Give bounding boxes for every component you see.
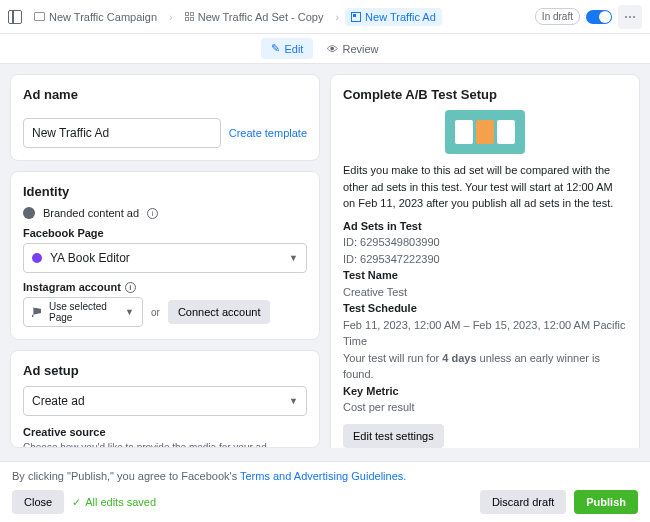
- testname-label: Test Name: [343, 269, 398, 281]
- adset-icon: [185, 12, 194, 21]
- chevron-down-icon: ▼: [125, 307, 134, 317]
- instagram-select[interactable]: Use selected Page ▼: [23, 297, 143, 327]
- facebook-page-value: YA Book Editor: [50, 251, 130, 265]
- discard-draft-button[interactable]: Discard draft: [480, 490, 566, 514]
- ad-name-title: Ad name: [23, 87, 78, 102]
- saved-text: All edits saved: [85, 496, 156, 508]
- adset-id-1: ID: 6295349803990: [343, 234, 627, 251]
- more-menu-button[interactable]: ⋯: [618, 5, 642, 29]
- or-text: or: [151, 307, 160, 318]
- schedule-label: Test Schedule: [343, 302, 417, 314]
- left-column: Ad name Create template Identity Branded…: [10, 74, 320, 448]
- instagram-value: Use selected Page: [49, 301, 125, 323]
- ad-name-card: Ad name Create template: [10, 74, 320, 161]
- top-bar: New Traffic Campaign › New Traffic Ad Se…: [0, 0, 650, 34]
- tab-edit[interactable]: ✎ Edit: [261, 38, 313, 59]
- all-edits-saved: ✓ All edits saved: [72, 496, 156, 509]
- footer: By clicking "Publish," you agree to Face…: [0, 461, 650, 522]
- adset-id-2: ID: 6295347222390: [343, 251, 627, 268]
- folder-icon: [34, 12, 45, 21]
- duration-text: Your test will run for 4 days unless an …: [343, 350, 627, 383]
- abtest-desc: Edits you make to this ad set will be co…: [343, 162, 627, 212]
- create-template-link[interactable]: Create template: [229, 127, 307, 139]
- mode-bar: ✎ Edit 👁 Review: [0, 34, 650, 64]
- ad-icon: [351, 12, 361, 22]
- tab-edit-label: Edit: [284, 43, 303, 55]
- main-columns: Ad name Create template Identity Branded…: [0, 64, 650, 458]
- pencil-icon: ✎: [271, 42, 280, 55]
- branded-radio-icon[interactable]: [23, 207, 35, 219]
- terms-link[interactable]: Terms and Advertising Guidelines.: [240, 470, 406, 482]
- status-badge: In draft: [535, 8, 580, 25]
- ad-setup-card: Ad setup Create ad ▼ Creative source Cho…: [10, 350, 320, 448]
- breadcrumb-adset-label: New Traffic Ad Set - Copy: [198, 11, 324, 23]
- ad-setup-select[interactable]: Create ad ▼: [23, 386, 307, 416]
- instagram-label: Instagram account i: [23, 281, 307, 293]
- abtest-details: Edits you make to this ad set will be co…: [343, 162, 627, 416]
- right-column: Complete A/B Test Setup Edits you make t…: [330, 74, 640, 448]
- chevron-down-icon: ▼: [289, 396, 298, 406]
- adsets-label: Ad Sets in Test: [343, 220, 422, 232]
- abtest-card: Complete A/B Test Setup Edits you make t…: [330, 74, 640, 448]
- panel-toggle-icon[interactable]: [8, 10, 22, 24]
- breadcrumb-ad[interactable]: New Traffic Ad: [345, 8, 442, 26]
- more-icon: ⋯: [624, 10, 636, 24]
- edit-test-settings-button[interactable]: Edit test settings: [343, 424, 444, 448]
- breadcrumb-campaign-label: New Traffic Campaign: [49, 11, 157, 23]
- info-icon[interactable]: i: [147, 208, 158, 219]
- metric-label: Key Metric: [343, 385, 399, 397]
- publish-button[interactable]: Publish: [574, 490, 638, 514]
- check-icon: ✓: [72, 496, 81, 509]
- creative-source-label: Creative source: [23, 426, 307, 438]
- ad-name-input[interactable]: [23, 118, 221, 148]
- tab-review[interactable]: 👁 Review: [317, 39, 388, 59]
- schedule-value: Feb 11, 2023, 12:00 AM – Feb 15, 2023, 1…: [343, 317, 627, 350]
- chevron-right-icon: ›: [335, 11, 339, 23]
- facebook-page-select[interactable]: YA Book Editor ▼: [23, 243, 307, 273]
- ad-setup-value: Create ad: [32, 394, 85, 408]
- chevron-right-icon: ›: [169, 11, 173, 23]
- tab-review-label: Review: [342, 43, 378, 55]
- instagram-label-text: Instagram account: [23, 281, 121, 293]
- abtest-title: Complete A/B Test Setup: [343, 87, 627, 102]
- breadcrumb: New Traffic Campaign › New Traffic Ad Se…: [28, 8, 529, 26]
- facebook-page-label: Facebook Page: [23, 227, 307, 239]
- page-avatar-icon: [32, 253, 42, 263]
- footer-agree-text: By clicking "Publish," you agree to Face…: [12, 470, 638, 482]
- creative-source-sub: Choose how you'd like to provide the med…: [23, 442, 307, 448]
- branded-label: Branded content ad: [43, 207, 139, 219]
- eye-icon: 👁: [327, 43, 338, 55]
- identity-title: Identity: [23, 184, 307, 199]
- close-button[interactable]: Close: [12, 490, 64, 514]
- testname-value: Creative Test: [343, 284, 627, 301]
- ad-setup-title: Ad setup: [23, 363, 307, 378]
- info-icon[interactable]: i: [125, 282, 136, 293]
- abtest-illustration: [445, 110, 525, 154]
- ad-enable-toggle[interactable]: [586, 10, 612, 24]
- breadcrumb-adset[interactable]: New Traffic Ad Set - Copy: [179, 8, 330, 26]
- identity-card: Identity Branded content ad i Facebook P…: [10, 171, 320, 340]
- metric-value: Cost per result: [343, 399, 627, 416]
- page-flag-icon: [32, 307, 41, 317]
- breadcrumb-ad-label: New Traffic Ad: [365, 11, 436, 23]
- connect-account-button[interactable]: Connect account: [168, 300, 271, 324]
- breadcrumb-campaign[interactable]: New Traffic Campaign: [28, 8, 163, 26]
- chevron-down-icon: ▼: [289, 253, 298, 263]
